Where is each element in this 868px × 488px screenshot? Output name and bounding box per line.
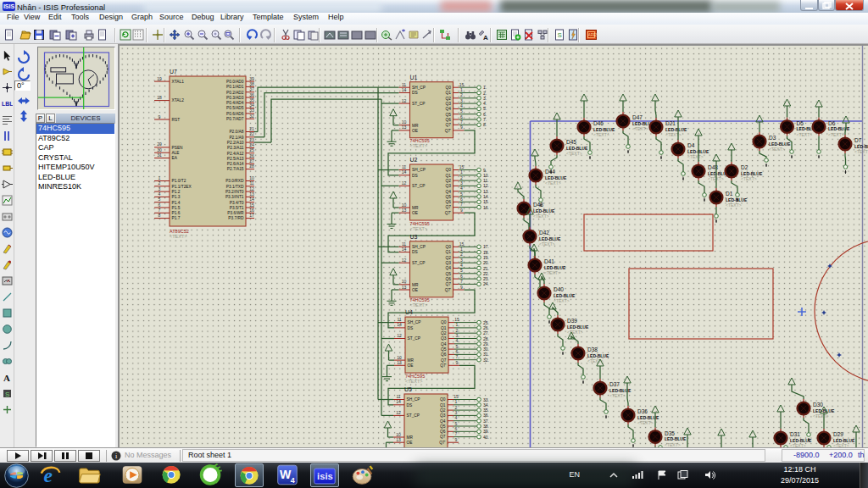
svg-text:LED-BLUE: LED-BLUE	[637, 415, 659, 420]
svg-text:Q2: Q2	[440, 408, 446, 413]
svg-text:A: A	[483, 34, 488, 42]
svg-text:<TEXT>: <TEXT>	[533, 214, 549, 219]
svg-text:<TEXT>: <TEXT>	[405, 379, 422, 384]
svg-text:PSEN: PSEN	[172, 146, 184, 150]
svg-text:<TEXT>: <TEXT>	[726, 202, 742, 208]
svg-text:LED-BLUE: LED-BLUE	[593, 127, 615, 132]
svg-text:14.: 14.	[483, 194, 489, 199]
svg-text:16.: 16.	[483, 205, 489, 210]
svg-text:D5: D5	[797, 120, 804, 126]
svg-text:P3.2/INT0: P3.2/INT0	[225, 190, 244, 194]
svg-text:LED-BLUE: LED-BLUE	[566, 146, 588, 151]
svg-text:P0.5/AD5: P0.5/AD5	[226, 106, 244, 110]
svg-text:14: 14	[249, 197, 254, 202]
svg-text:Q1: Q1	[440, 403, 446, 408]
svg-text:12: 12	[402, 98, 407, 103]
svg-text:13.: 13.	[483, 189, 489, 194]
svg-text:D35: D35	[665, 430, 675, 436]
svg-text:MR: MR	[412, 124, 419, 128]
svg-text:18: 18	[157, 95, 162, 100]
svg-text:A: A	[3, 373, 10, 383]
svg-text:MR: MR	[408, 358, 415, 363]
svg-text:12: 12	[396, 410, 401, 415]
svg-text:P2.1/A9: P2.1/A9	[229, 136, 243, 140]
svg-text:23: 23	[249, 137, 254, 142]
svg-text:15.: 15.	[483, 199, 489, 204]
svg-text:21.: 21.	[483, 266, 489, 271]
svg-text:17: 17	[249, 213, 254, 218]
svg-text:6: 6	[456, 349, 459, 354]
svg-text:Q1: Q1	[446, 174, 452, 178]
svg-text:<TEXT>: <TEXT>	[797, 132, 813, 137]
svg-text:U2: U2	[410, 157, 418, 163]
svg-text:3: 3	[159, 186, 161, 191]
svg-text:Q2: Q2	[446, 97, 452, 101]
svg-text:D30: D30	[813, 402, 823, 408]
svg-text:P2.7/A15: P2.7/A15	[227, 167, 244, 171]
svg-text:29.: 29.	[483, 341, 489, 347]
svg-text:Q7: Q7	[440, 435, 446, 439]
svg-text:11: 11	[397, 317, 401, 322]
svg-text:LED-BLUE: LED-BLUE	[533, 208, 555, 214]
svg-text:ST_CP: ST_CP	[412, 102, 425, 106]
svg-text:D37: D37	[609, 381, 620, 387]
svg-text:LED-BLUE: LED-BLUE	[741, 171, 763, 176]
svg-text:SH_CP: SH_CP	[412, 168, 426, 172]
svg-text:ARES: ARES	[588, 33, 598, 37]
svg-text:1: 1	[456, 322, 459, 327]
svg-text:P3.6/WR: P3.6/WR	[227, 211, 244, 215]
svg-text:Q7': Q7'	[439, 441, 445, 445]
svg-text:D43: D43	[533, 202, 543, 208]
svg-text:LED-BLUE: LED-BLUE	[726, 197, 748, 202]
svg-text:36.: 36.	[483, 413, 489, 418]
svg-text:Q4: Q4	[441, 342, 447, 347]
svg-text:Q0: Q0	[446, 86, 452, 90]
svg-text:1: 1	[460, 87, 463, 92]
svg-text:SH_CP: SH_CP	[407, 397, 420, 402]
svg-text:7.: 7.	[483, 117, 487, 122]
svg-text:27: 27	[249, 158, 254, 164]
svg-text:Q3: Q3	[446, 184, 452, 188]
svg-text:Q7: Q7	[446, 123, 452, 127]
svg-text:4: 4	[159, 191, 161, 197]
svg-text:15: 15	[249, 202, 254, 208]
svg-text:D38: D38	[587, 347, 598, 352]
svg-text:DS: DS	[408, 326, 414, 330]
svg-text:1: 1	[455, 399, 458, 404]
svg-text:Q6: Q6	[446, 277, 452, 281]
svg-text:S: S	[558, 31, 562, 39]
svg-text:OE: OE	[412, 211, 418, 215]
svg-text:13: 13	[402, 208, 407, 213]
svg-text:ST_CP: ST_CP	[412, 184, 425, 188]
svg-text:P2.0/A8: P2.0/A8	[229, 130, 243, 134]
svg-text:<TEXT>: <TEXT>	[593, 132, 609, 137]
svg-text:P2.6/A14: P2.6/A14	[227, 162, 244, 166]
svg-text:6: 6	[159, 202, 161, 208]
svg-text:10.: 10.	[483, 173, 489, 178]
svg-text:3: 3	[456, 333, 459, 338]
svg-text:P1.4: P1.4	[172, 201, 181, 205]
svg-text:<TEXT>: <TEXT>	[567, 330, 583, 335]
svg-text:12.: 12.	[483, 183, 489, 188]
svg-text:19.: 19.	[483, 255, 489, 260]
svg-text:38: 38	[249, 81, 254, 86]
svg-text:LED-BLUE: LED-BLUE	[854, 144, 868, 149]
svg-text:4: 4	[456, 338, 459, 343]
svg-text:Q6: Q6	[446, 200, 452, 204]
svg-text:SH_CP: SH_CP	[412, 86, 426, 90]
svg-text:11: 11	[249, 180, 253, 186]
svg-text:ST_CP: ST_CP	[407, 413, 420, 418]
svg-text:11: 11	[402, 164, 406, 169]
svg-text:Q4: Q4	[440, 419, 446, 424]
svg-text:D29: D29	[833, 431, 843, 437]
svg-text:Q2: Q2	[446, 179, 452, 183]
svg-text:36: 36	[249, 92, 254, 97]
svg-text:7: 7	[159, 208, 161, 213]
svg-text:LED-BLUE: LED-BLUE	[828, 126, 850, 131]
svg-text:D42: D42	[539, 230, 549, 236]
svg-text:Q5: Q5	[446, 113, 452, 117]
svg-text:D36: D36	[637, 408, 648, 414]
svg-text:Q1: Q1	[446, 91, 452, 95]
svg-text:Q7': Q7'	[445, 288, 451, 292]
svg-text:D1: D1	[726, 191, 733, 197]
